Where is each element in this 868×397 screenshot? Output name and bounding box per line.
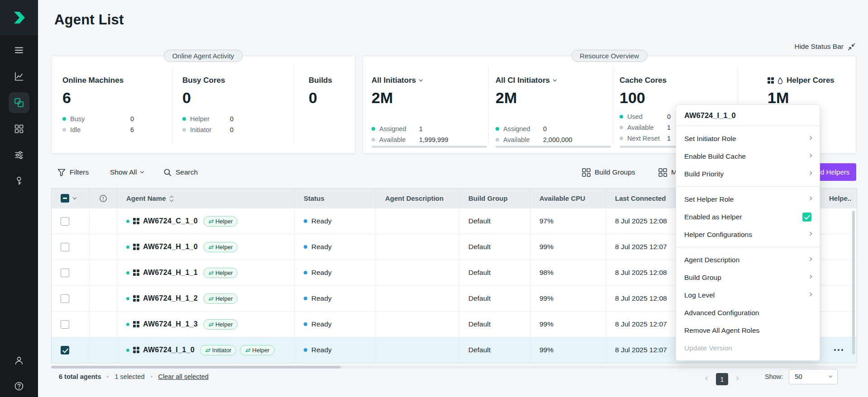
metric-dropdown[interactable]: All Initiators — [372, 76, 448, 85]
agent-name-cell: AW6724_H_1_2 Helper — [117, 285, 294, 311]
menu-item-helper-configurations[interactable]: Helper Configurations — [676, 226, 820, 243]
build-group-cell: Default — [459, 260, 530, 285]
filters-button[interactable]: Filters — [57, 164, 89, 181]
legend: Assigned1 Available1,999,999 — [372, 123, 448, 145]
legend-row: Available1,999,999 — [372, 134, 448, 145]
build-group-column-header[interactable]: Build Group — [459, 189, 530, 208]
next-page-button[interactable] — [735, 379, 738, 380]
help-button[interactable] — [9, 376, 29, 397]
row-checkbox[interactable] — [61, 346, 69, 354]
swap-arrows-icon — [208, 321, 213, 327]
menu-item-log-level[interactable]: Log Level — [676, 286, 820, 304]
build-groups-button[interactable]: Build Groups — [582, 164, 635, 181]
chevron-right-icon — [808, 274, 812, 278]
status-column-header[interactable]: Status — [294, 189, 376, 208]
show-all-dropdown[interactable]: Show All — [110, 164, 143, 181]
alert-icon — [99, 194, 107, 203]
sidebar-item-builds[interactable] — [9, 118, 29, 139]
agent-name-column-header[interactable]: Agent Name — [117, 189, 294, 208]
menu-item-enabled-as-helper[interactable]: Enabled as Helper — [676, 208, 820, 226]
agent-name: AW6724_H_1_0 — [143, 243, 198, 251]
legend: Assigned0 Available2,000,000 — [496, 123, 572, 145]
horizontal-scrollbar[interactable] — [51, 366, 856, 369]
helper-section: Set Helper Role Enabled as Helper Helper… — [676, 186, 820, 247]
helper-badge: Helper — [203, 216, 238, 227]
key-icon — [14, 176, 24, 186]
build-group-cell: Default — [459, 208, 530, 234]
last-connected-column-header[interactable]: Last Connected — [606, 189, 682, 208]
helpers-column-header[interactable]: Helpe.. — [820, 189, 857, 208]
agent-name: AW6724_C_1_0 — [143, 217, 198, 225]
assigned-dot — [372, 127, 375, 131]
menu-item-set-initiator-role[interactable]: Set Initiator Role — [676, 130, 820, 147]
helper-dot — [182, 117, 186, 121]
hide-status-bar-button[interactable]: Hide Status Bar — [794, 43, 855, 51]
metric-dropdown[interactable]: All CI Initiators — [496, 76, 572, 85]
sidebar-item-licenses[interactable] — [9, 170, 29, 191]
legend-row: Available1 — [620, 122, 671, 133]
enabled-as-helper-checkbox[interactable] — [802, 213, 811, 222]
legend-row: Available2,000,000 — [496, 134, 572, 145]
menu-item-enable-build-cache[interactable]: Enable Build Cache — [676, 147, 820, 165]
cpu-cell: 99% — [530, 337, 606, 363]
prev-page-button[interactable] — [706, 379, 709, 380]
user-menu-button[interactable] — [9, 350, 29, 371]
agent-name: AW6724_H_1_2 — [143, 294, 198, 302]
page-size-control: Show: 50 — [765, 369, 838, 384]
menu-item-set-helper-role[interactable]: Set Helper Role — [676, 190, 820, 208]
status-cell: Ready — [294, 260, 376, 285]
metric-value: 0 — [182, 89, 234, 107]
metric-value: 6 — [62, 89, 134, 107]
filter-icon — [57, 169, 66, 176]
clear-all-selected-link[interactable]: Clear all selected — [158, 373, 209, 380]
menu-toggle-button[interactable] — [9, 40, 29, 61]
page-size-select[interactable]: 50 — [789, 369, 838, 384]
select-all-checkbox[interactable] — [61, 194, 69, 203]
row-checkbox[interactable] — [61, 243, 69, 251]
legend: Busy0 Idle6 — [62, 113, 134, 135]
metric-builds: Builds 0 — [309, 76, 332, 107]
pagination: 1 — [706, 373, 738, 385]
select-menu-chevron-icon[interactable] — [73, 195, 76, 199]
hide-status-bar-label: Hide Status Bar — [794, 43, 844, 51]
tab-label: Resource Overview — [580, 52, 639, 60]
helpers-cell — [820, 260, 857, 285]
horizontal-scrollbar[interactable] — [372, 146, 487, 148]
row-checkbox[interactable] — [61, 320, 69, 329]
chevron-right-icon — [808, 232, 812, 235]
available-cpu-column-header[interactable]: Available CPU — [530, 189, 606, 208]
current-page-button[interactable]: 1 — [716, 373, 728, 385]
general-section: Agent Description Build Group Log Level … — [676, 247, 820, 360]
sidebar-item-agents[interactable] — [9, 92, 29, 113]
search-button[interactable]: Search — [163, 164, 198, 181]
row-checkbox[interactable] — [61, 269, 69, 277]
agent-description-column-header[interactable]: Agent Description — [376, 189, 459, 208]
row-checkbox[interactable] — [61, 217, 69, 226]
more-actions-button[interactable] — [830, 345, 847, 354]
description-cell — [376, 208, 459, 234]
row-checkbox[interactable] — [61, 294, 69, 303]
machine-icon — [133, 295, 139, 302]
menu-item-agent-description[interactable]: Agent Description — [676, 251, 820, 269]
sort-icon[interactable] — [170, 195, 173, 201]
table-footer: 6 total agents 1 selected Clear all sele… — [59, 373, 209, 380]
sidebar-item-settings[interactable] — [9, 145, 29, 165]
manage-helpers-button[interactable]: M — [658, 164, 677, 181]
cpu-cell: 99% — [530, 234, 606, 260]
helpers-cell — [820, 234, 857, 260]
menu-item-advanced-configuration[interactable]: Advanced Configuration — [676, 304, 820, 321]
menu-item-build-group[interactable]: Build Group — [676, 269, 820, 286]
vertical-scrollbar[interactable] — [852, 211, 855, 354]
menu-item-remove-all-agent-roles[interactable]: Remove All Agent Roles — [676, 321, 820, 339]
horizontal-scrollbar[interactable] — [496, 146, 611, 148]
app-logo[interactable] — [0, 0, 38, 35]
status-dot — [304, 245, 307, 249]
chevron-down-icon — [140, 170, 144, 173]
sidebar-item-dashboard[interactable] — [9, 66, 29, 87]
page-size-value: 50 — [795, 373, 802, 380]
chevron-right-icon — [808, 292, 812, 296]
metric-label: Busy Cores — [182, 76, 234, 85]
machine-icon — [133, 218, 139, 224]
menu-item-build-priority[interactable]: Build Priority — [676, 165, 820, 183]
status-cell: Ready — [294, 337, 376, 363]
